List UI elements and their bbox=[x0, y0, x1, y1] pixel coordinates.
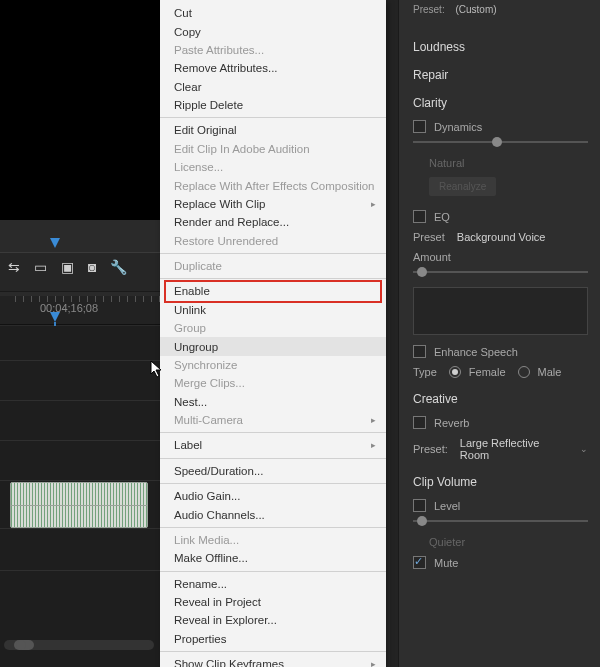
mute-row[interactable]: Mute bbox=[413, 556, 588, 569]
menu-separator bbox=[160, 483, 386, 484]
amount-label: Amount bbox=[413, 251, 588, 263]
menu-item-clear[interactable]: Clear bbox=[160, 78, 386, 96]
menu-item-render-and-replace[interactable]: Render and Replace... bbox=[160, 213, 386, 231]
menu-separator bbox=[160, 278, 386, 279]
reverb-row[interactable]: Reverb bbox=[413, 416, 588, 429]
menu-item-enable[interactable]: Enable bbox=[160, 282, 386, 300]
menu-item-restore-unrendered: Restore Unrendered bbox=[160, 232, 386, 250]
menu-separator bbox=[160, 571, 386, 572]
waveform-icon bbox=[11, 483, 147, 505]
menu-item-unlink[interactable]: Unlink bbox=[160, 301, 386, 319]
female-radio-group[interactable]: Female bbox=[449, 366, 506, 378]
timeline-horizontal-scrollbar[interactable] bbox=[4, 640, 154, 650]
clarity-section-header[interactable]: Clarity bbox=[413, 96, 588, 110]
reverb-checkbox[interactable] bbox=[413, 416, 426, 429]
slider-knob[interactable] bbox=[492, 137, 502, 147]
link-icon[interactable]: ⇆ bbox=[8, 260, 20, 274]
female-label: Female bbox=[469, 366, 506, 378]
track-divider bbox=[0, 570, 160, 571]
chevron-down-icon[interactable]: ⌄ bbox=[580, 444, 588, 454]
slider-knob[interactable] bbox=[417, 267, 427, 277]
menu-item-ripple-delete[interactable]: Ripple Delete bbox=[160, 96, 386, 114]
panel-preset-row[interactable]: Preset: (Custom) bbox=[413, 4, 497, 15]
menu-item-audio-gain[interactable]: Audio Gain... bbox=[160, 487, 386, 505]
menu-item-duplicate: Duplicate bbox=[160, 257, 386, 275]
repair-section-header[interactable]: Repair bbox=[413, 68, 588, 82]
creative-section-header[interactable]: Creative bbox=[413, 392, 588, 406]
menu-item-replace-with-clip[interactable]: Replace With Clip▸ bbox=[160, 195, 386, 213]
eq-label: EQ bbox=[434, 211, 450, 223]
track-divider bbox=[0, 528, 160, 529]
menu-separator bbox=[160, 253, 386, 254]
menu-item-properties[interactable]: Properties bbox=[160, 630, 386, 648]
menu-item-remove-attributes[interactable]: Remove Attributes... bbox=[160, 59, 386, 77]
type-label: Type bbox=[413, 366, 437, 378]
enhance-speech-row[interactable]: Enhance Speech bbox=[413, 345, 588, 358]
enhance-speech-type-row: Type Female Male bbox=[413, 366, 588, 378]
enhance-speech-checkbox[interactable] bbox=[413, 345, 426, 358]
audio-clip[interactable] bbox=[10, 482, 148, 528]
eq-preset-row[interactable]: Preset Background Voice bbox=[413, 231, 588, 243]
menu-item-rename[interactable]: Rename... bbox=[160, 575, 386, 593]
eq-graph[interactable] bbox=[413, 287, 588, 335]
marker-icon[interactable]: ▭ bbox=[34, 260, 47, 274]
menu-item-ungroup[interactable]: Ungroup bbox=[160, 337, 386, 355]
menu-item-show-clip-keyframes[interactable]: Show Clip Keyframes▸ bbox=[160, 655, 386, 667]
level-row[interactable]: Level bbox=[413, 499, 588, 512]
eq-row[interactable]: EQ bbox=[413, 210, 588, 223]
reverb-preset-value[interactable]: Large Reflective Room bbox=[460, 437, 568, 461]
menu-item-license: License... bbox=[160, 158, 386, 176]
clip-volume-section-header[interactable]: Clip Volume bbox=[413, 475, 588, 489]
settings-icon[interactable]: ▣ bbox=[61, 260, 74, 274]
chevron-right-icon: ▸ bbox=[371, 199, 376, 209]
menu-item-edit-original[interactable]: Edit Original bbox=[160, 121, 386, 139]
level-checkbox[interactable] bbox=[413, 499, 426, 512]
wrench-icon[interactable]: 🔧 bbox=[110, 260, 127, 274]
level-slider[interactable] bbox=[413, 520, 588, 522]
menu-separator bbox=[160, 651, 386, 652]
menu-separator bbox=[160, 458, 386, 459]
slider-knob[interactable] bbox=[417, 516, 427, 526]
menu-item-synchronize: Synchronize bbox=[160, 356, 386, 374]
clip-midline bbox=[11, 505, 147, 506]
reverb-preset-row[interactable]: Preset: Large Reflective Room ⌄ bbox=[413, 437, 588, 461]
dynamics-slider[interactable] bbox=[413, 141, 588, 143]
natural-label: Natural bbox=[429, 157, 588, 169]
menu-item-speed-duration[interactable]: Speed/Duration... bbox=[160, 462, 386, 480]
menu-item-paste-attributes: Paste Attributes... bbox=[160, 41, 386, 59]
menu-item-reveal-in-project[interactable]: Reveal in Project bbox=[160, 593, 386, 611]
mute-label: Mute bbox=[434, 557, 458, 569]
menu-item-nest[interactable]: Nest... bbox=[160, 393, 386, 411]
reanalyze-button[interactable]: Reanalyze bbox=[429, 177, 496, 196]
menu-item-replace-with-after-effects-composition: Replace With After Effects Composition bbox=[160, 176, 386, 194]
dynamics-row[interactable]: Dynamics bbox=[413, 120, 588, 133]
mute-checkbox[interactable] bbox=[413, 556, 426, 569]
menu-item-copy[interactable]: Copy bbox=[160, 22, 386, 40]
eq-preset-value[interactable]: Background Voice bbox=[457, 231, 546, 243]
camera-icon[interactable]: ◙ bbox=[88, 260, 96, 274]
menu-item-make-offline[interactable]: Make Offline... bbox=[160, 549, 386, 567]
menu-item-label[interactable]: Label▸ bbox=[160, 436, 386, 454]
preset-label: Preset: bbox=[413, 4, 445, 15]
track-divider bbox=[0, 440, 160, 441]
menu-item-audio-channels[interactable]: Audio Channels... bbox=[160, 505, 386, 523]
menu-item-reveal-in-explorer[interactable]: Reveal in Explorer... bbox=[160, 611, 386, 629]
menu-separator bbox=[160, 527, 386, 528]
menu-item-cut[interactable]: Cut bbox=[160, 4, 386, 22]
timeline-tool-icons: ⇆ ▭ ▣ ◙ 🔧 bbox=[8, 260, 127, 274]
male-radio-group[interactable]: Male bbox=[518, 366, 562, 378]
menu-item-merge-clips: Merge Clips... bbox=[160, 374, 386, 392]
dynamics-checkbox[interactable] bbox=[413, 120, 426, 133]
reverb-preset-label: Preset: bbox=[413, 443, 448, 455]
female-radio[interactable] bbox=[449, 366, 461, 378]
scrollbar-endcap[interactable] bbox=[16, 640, 26, 650]
amount-slider[interactable] bbox=[413, 271, 588, 273]
program-monitor bbox=[0, 0, 160, 220]
chevron-right-icon: ▸ bbox=[371, 440, 376, 450]
clip-context-menu[interactable]: CutCopyPaste Attributes...Remove Attribu… bbox=[160, 0, 386, 667]
male-radio[interactable] bbox=[518, 366, 530, 378]
eq-checkbox[interactable] bbox=[413, 210, 426, 223]
menu-separator bbox=[160, 432, 386, 433]
loudness-section-header[interactable]: Loudness bbox=[413, 40, 588, 54]
preset-value[interactable]: (Custom) bbox=[455, 4, 496, 15]
